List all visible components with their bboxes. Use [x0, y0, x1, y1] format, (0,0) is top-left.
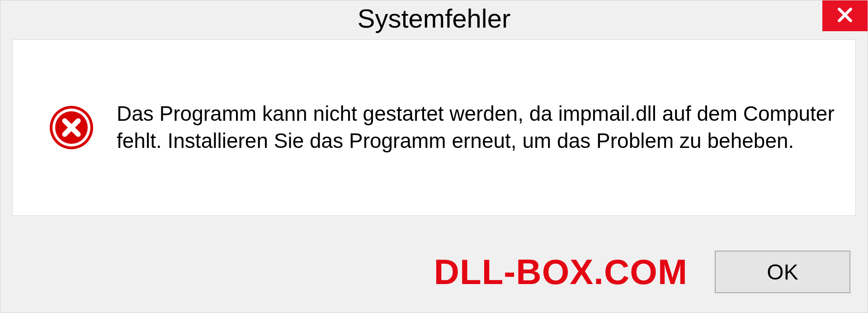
content-area: Das Programm kann nicht gestartet werden…	[12, 39, 856, 216]
error-dialog: Systemfehler Das Programm kann nicht ges…	[0, 0, 868, 313]
watermark-text: DLL-BOX.COM	[434, 251, 688, 293]
titlebar: Systemfehler	[0, 0, 868, 36]
close-button[interactable]	[822, 0, 868, 31]
dialog-footer: DLL-BOX.COM OK	[0, 231, 868, 313]
error-icon	[49, 105, 94, 150]
ok-button[interactable]: OK	[715, 251, 850, 293]
close-icon	[836, 6, 854, 25]
error-message: Das Programm kann nicht gestartet werden…	[117, 100, 837, 155]
dialog-title: Systemfehler	[358, 3, 510, 33]
